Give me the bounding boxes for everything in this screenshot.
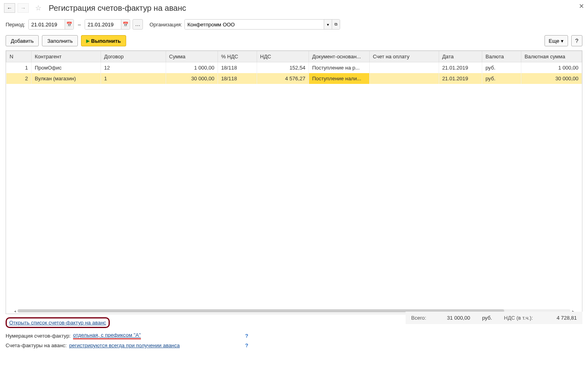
period-picker-button[interactable]: ...: [133, 19, 143, 30]
total-label: Всего:: [411, 315, 426, 321]
data-table[interactable]: N Контрагент Договор Сумма % НДС НДС Док…: [6, 50, 582, 314]
date-to-input[interactable]: [85, 20, 121, 29]
dropdown-icon[interactable]: ▾: [324, 20, 332, 29]
favorite-star-icon[interactable]: ☆: [34, 3, 43, 13]
org-label: Организация:: [149, 22, 182, 28]
add-button[interactable]: Добавить: [6, 35, 39, 46]
date-from-field[interactable]: 📅: [28, 19, 74, 30]
sf-label: Счета-фактуры на аванс:: [6, 342, 67, 348]
table-row-selected[interactable]: 2 Вулкан (магазин) 1 30 000,00 18/118 4 …: [6, 73, 582, 84]
table-row[interactable]: 1 ПромОфис 12 1 000,00 18/118 152,54 Пос…: [6, 62, 582, 74]
help-button[interactable]: ?: [571, 35, 582, 46]
col-summa[interactable]: Сумма: [166, 51, 218, 62]
chevron-down-icon: ▾: [561, 38, 564, 44]
open-invoice-list-link[interactable]: Открыть список счетов-фактур на аванс: [9, 320, 106, 326]
play-icon: ▶: [86, 38, 89, 44]
col-dogovor[interactable]: Договор: [101, 51, 166, 62]
dash: –: [78, 22, 81, 28]
org-input[interactable]: [185, 20, 324, 29]
period-label: Период:: [6, 22, 25, 28]
col-kontragent[interactable]: Контрагент: [31, 51, 101, 62]
page-title: Регистрация счетов-фактур на аванс: [49, 4, 186, 13]
help-icon[interactable]: ?: [245, 333, 248, 339]
col-nds[interactable]: НДС: [257, 51, 309, 62]
highlighted-link-box: Открыть список счетов-фактур на аванс: [6, 317, 110, 328]
col-date[interactable]: Дата: [439, 51, 482, 62]
total-value: 31 000,00: [438, 315, 470, 321]
org-field[interactable]: ▾ ⧉: [184, 19, 340, 30]
col-basis[interactable]: Документ-основан...: [309, 51, 369, 62]
col-n[interactable]: N: [6, 51, 32, 62]
col-cur-sum[interactable]: Валютная сумма: [521, 51, 582, 62]
execute-button[interactable]: ▶ Выполнить: [81, 35, 126, 46]
back-button[interactable]: ←: [4, 3, 15, 13]
fill-button[interactable]: Заполнить: [42, 35, 78, 46]
numbering-link[interactable]: отдельная, с префиксом "А": [73, 332, 141, 339]
close-icon[interactable]: ✕: [579, 2, 584, 10]
sf-link[interactable]: регистрируются всегда при получении аван…: [69, 342, 180, 348]
calendar-icon[interactable]: 📅: [65, 20, 73, 29]
summary-bar: Всего: 31 000,00 руб. НДС (в т.ч.): 4 72…: [406, 312, 582, 324]
scroll-left-icon[interactable]: ◂: [12, 309, 18, 313]
date-from-input[interactable]: [29, 20, 65, 29]
help-icon[interactable]: ?: [245, 342, 248, 348]
col-nds-percent[interactable]: % НДС: [218, 51, 257, 62]
nds-value: 4 728,81: [545, 315, 577, 321]
more-label: Еще: [549, 38, 559, 44]
execute-label: Выполнить: [91, 38, 121, 44]
numbering-label: Нумерация счетов-фактур:: [6, 333, 71, 339]
total-currency: руб.: [482, 315, 492, 321]
forward-button[interactable]: →: [18, 3, 29, 13]
more-button[interactable]: Еще ▾: [544, 35, 568, 46]
open-icon[interactable]: ⧉: [332, 20, 340, 29]
date-to-field[interactable]: 📅: [85, 19, 130, 30]
nds-label: НДС (в т.ч.):: [504, 315, 533, 321]
calendar-icon[interactable]: 📅: [121, 20, 130, 29]
col-schet[interactable]: Счет на оплату: [369, 51, 439, 62]
col-currency[interactable]: Валюта: [482, 51, 521, 62]
